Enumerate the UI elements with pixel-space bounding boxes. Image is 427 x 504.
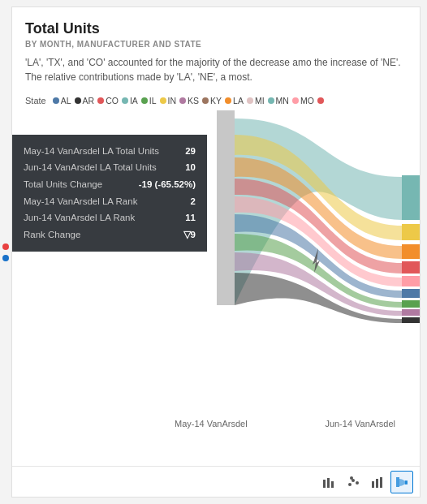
tooltip-key-6: Rank Change: [24, 226, 80, 243]
tooltip-val-4: 2: [191, 193, 196, 210]
tooltip-val-3: -19 (-65.52%): [139, 176, 196, 193]
svg-rect-4: [402, 261, 420, 274]
legend-item-in: IN: [160, 96, 177, 106]
legend-dot-mn: [268, 97, 274, 104]
svg-rect-19: [376, 479, 378, 488]
tooltip: May-14 VanArsdel LA Total Units 29 Jun-1…: [12, 135, 207, 252]
svg-rect-6: [402, 289, 420, 298]
svg-point-14: [348, 483, 352, 486]
legend-item-mn: MN: [268, 96, 289, 106]
tooltip-row-5: Jun-14 VanArsdel LA Rank 11: [24, 209, 196, 226]
legend-dot-co: [97, 97, 104, 104]
tooltip-row-2: Jun-14 VanArsdel LA Total Units 10: [24, 159, 196, 176]
legend-item-ky: KY: [202, 96, 222, 106]
card-header: Total Units BY MONTH, MANUFACTURER AND S…: [12, 7, 420, 55]
tooltip-val-1: 29: [185, 143, 196, 160]
legend-dot-il: [141, 97, 148, 104]
legend-dot-ia: [122, 97, 128, 104]
legend-dot-la: [225, 97, 231, 104]
legend-dot-mi: [247, 97, 253, 104]
sankey-chart: [217, 110, 420, 362]
svg-rect-2: [402, 224, 420, 240]
svg-rect-7: [402, 300, 420, 308]
svg-rect-18: [372, 481, 374, 488]
svg-rect-22: [405, 480, 408, 485]
legend-item-mi: MI: [247, 96, 265, 106]
svg-rect-1: [402, 175, 420, 220]
tooltip-key-3: Total Units Change: [24, 176, 102, 193]
bar-chart-icon: [322, 476, 335, 488]
legend-item-more: [317, 97, 324, 104]
column-chart-icon: [371, 476, 384, 488]
svg-rect-21: [396, 477, 399, 487]
legend-item-mo: MO: [292, 96, 314, 106]
svg-point-16: [356, 481, 359, 485]
legend-dot-ky: [202, 97, 209, 104]
chart-label-left: May-14 VanArsdel: [175, 419, 248, 429]
card-title: Total Units: [25, 20, 407, 38]
scatter-icon: [347, 476, 360, 488]
legend-item-la: LA: [225, 96, 244, 106]
legend-item-co: CO: [97, 96, 119, 106]
legend-dot-more: [317, 97, 324, 104]
legend-item-ia: IA: [122, 96, 138, 106]
tooltip-val-5: 11: [185, 209, 196, 226]
chart-area: May-14 VanArsdel LA Total Units 29 Jun-1…: [12, 110, 420, 466]
tooltip-row-4: May-14 VanArsdel LA Rank 2: [24, 193, 196, 210]
svg-rect-13: [331, 481, 334, 488]
svg-rect-3: [402, 244, 420, 259]
svg-rect-12: [327, 478, 330, 488]
sidebar-dot-red: [2, 243, 9, 250]
legend-dot-ks: [179, 97, 186, 104]
legend-label: State: [25, 96, 46, 106]
column-chart-button[interactable]: [366, 471, 389, 493]
legend-item-ks: KS: [179, 96, 199, 106]
legend-dot-mo: [292, 97, 299, 104]
legend-dot-al: [53, 97, 59, 104]
legend-dot-ar: [75, 97, 81, 104]
legend-item-il: IL: [141, 96, 157, 106]
tooltip-key-2: Jun-14 VanArsdel LA Total Units: [24, 159, 157, 176]
sankey-button[interactable]: [390, 471, 413, 493]
card-subtitle: BY MONTH, MANUFACTURER AND STATE: [25, 40, 407, 49]
svg-rect-9: [402, 317, 420, 323]
tooltip-row-1: May-14 VanArsdel LA Total Units 29: [24, 143, 196, 160]
bar-chart-button[interactable]: [317, 471, 340, 493]
sankey-icon: [395, 476, 408, 488]
left-sidebar: [0, 0, 11, 504]
svg-rect-5: [402, 276, 420, 286]
tooltip-key-4: May-14 VanArsdel LA Rank: [24, 193, 137, 210]
svg-point-17: [350, 476, 353, 480]
scatter-button[interactable]: [342, 471, 364, 493]
legend-item-al: AL: [53, 96, 71, 106]
tooltip-val-6: ▽9: [183, 226, 196, 243]
tooltip-key-1: May-14 VanArsdel LA Total Units: [24, 143, 159, 160]
tooltip-key-5: Jun-14 VanArsdel LA Rank: [24, 209, 135, 226]
sidebar-dot-blue: [2, 255, 9, 261]
legend-bar: State AL AR CO IA IL: [12, 91, 420, 110]
main-panel: Total Units BY MONTH, MANUFACTURER AND S…: [11, 6, 421, 498]
legend-item-ar: AR: [75, 96, 95, 106]
legend-dot-in: [160, 97, 166, 104]
chart-labels: May-14 VanArsdel Jun-14 VanArsdel: [12, 419, 420, 429]
tooltip-val-2: 10: [185, 159, 196, 176]
bottom-toolbar: [12, 466, 420, 497]
card-description: 'LA', 'TX', and 'CO' accounted for the m…: [12, 55, 420, 91]
svg-rect-8: [402, 309, 420, 316]
svg-rect-11: [323, 480, 326, 488]
tooltip-row-6: Rank Change ▽9: [24, 226, 196, 243]
chart-label-right: Jun-14 VanArsdel: [325, 419, 395, 429]
svg-rect-0: [217, 110, 235, 305]
svg-rect-20: [380, 477, 382, 488]
tooltip-row-3: Total Units Change -19 (-65.52%): [24, 176, 196, 193]
